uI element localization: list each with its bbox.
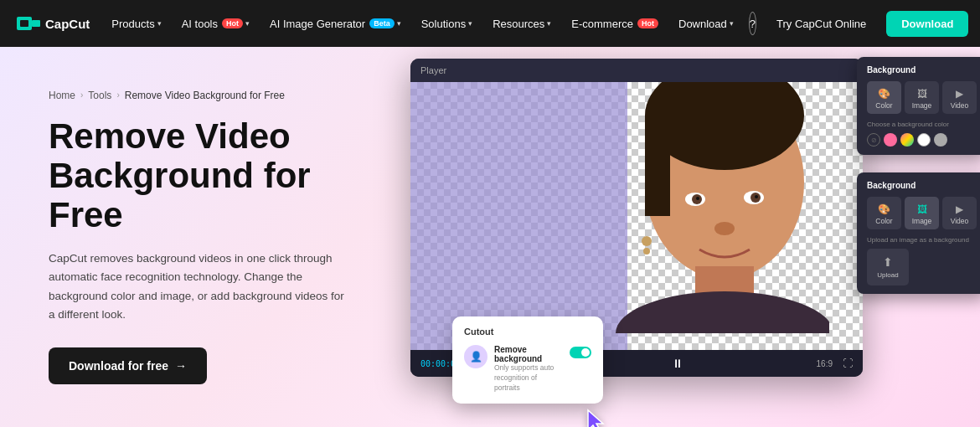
chevron-down-icon: ▾: [245, 19, 250, 28]
toggle-knob: [581, 348, 590, 357]
player-body: [410, 82, 863, 350]
download-button[interactable]: Download: [886, 11, 968, 37]
swatch-pink[interactable]: [884, 133, 897, 147]
svg-point-13: [755, 195, 758, 198]
nav-item-products[interactable]: Products ▾: [103, 13, 169, 35]
help-button[interactable]: ?: [749, 12, 756, 35]
chevron-down-icon: ▾: [157, 19, 162, 28]
panel-title: Background: [867, 65, 977, 75]
tab-color[interactable]: 🎨 Color: [867, 197, 901, 229]
breadcrumb: Home › Tools › Remove Video Background f…: [49, 90, 369, 101]
swatch-gradient[interactable]: [900, 133, 914, 147]
svg-rect-1: [32, 20, 40, 27]
cutout-row: 👤 Remove background Only supports auto r…: [464, 345, 591, 394]
download-free-button[interactable]: Download for free →: [49, 347, 207, 384]
mockup-area: Player: [402, 47, 980, 427]
hero-description: CapCut removes background videos in one …: [49, 250, 350, 324]
chevron-down-icon: ▾: [547, 19, 551, 28]
swatch-white[interactable]: [917, 133, 931, 147]
background-panel-color: Background 🎨 Color 🖼 Image ▶ Video Choos…: [857, 57, 980, 155]
breadcrumb-separator: ›: [116, 90, 119, 100]
cutout-panel: Cutout 👤 Remove background Only supports…: [452, 316, 603, 404]
tab-image[interactable]: 🖼 Image: [905, 81, 939, 114]
person-image: [595, 82, 846, 342]
breadcrumb-tools[interactable]: Tools: [88, 90, 111, 101]
panel-title: Background: [867, 181, 977, 190]
swatch-none[interactable]: ⊘: [867, 133, 880, 147]
svg-point-7: [616, 291, 829, 333]
cutout-avatar-icon: 👤: [464, 345, 487, 368]
svg-rect-5: [645, 116, 670, 216]
nav-item-download[interactable]: Download ▾: [670, 13, 742, 35]
tab-image[interactable]: 🖼 Image: [905, 197, 939, 229]
tab-video[interactable]: ▶ Video: [942, 197, 977, 229]
page-title: Remove Video Background for Free: [49, 116, 369, 234]
svg-point-14: [714, 222, 735, 235]
swatch-gray[interactable]: [934, 133, 947, 147]
chevron-down-icon: ▾: [468, 19, 472, 28]
beta-badge: Beta: [369, 18, 395, 28]
cursor-svg: [585, 409, 608, 427]
nav-item-ecommerce[interactable]: E-commerce Hot: [563, 13, 667, 35]
svg-rect-2: [20, 20, 28, 27]
fullscreen-icon[interactable]: ⛶: [843, 358, 853, 369]
toggle-switch[interactable]: [570, 347, 591, 358]
nav-item-solutions[interactable]: Solutions ▾: [413, 13, 481, 35]
breadcrumb-separator: ›: [80, 90, 83, 100]
panel-tabs: 🎨 Color 🖼 Image ▶ Video: [867, 81, 977, 114]
hero-section: Home › Tools › Remove Video Background f…: [0, 47, 402, 427]
upload-button[interactable]: ⬆ Upload: [867, 249, 909, 286]
capcut-logo-icon: [17, 14, 40, 33]
svg-point-16: [643, 248, 650, 255]
play-button[interactable]: ⏸: [672, 357, 683, 370]
upload-icon: ⬆: [883, 255, 893, 269]
tab-color[interactable]: 🎨 Color: [867, 81, 901, 114]
chevron-down-icon: ▾: [397, 19, 401, 28]
player-label: Player: [420, 65, 446, 75]
color-swatches: ⊘: [867, 133, 977, 147]
hot-badge: Hot: [222, 18, 243, 28]
player-topbar: Player: [410, 59, 863, 82]
help-icon: ?: [750, 18, 756, 30]
try-online-button[interactable]: Try CapCut Online: [765, 12, 878, 36]
logo-text: CapCut: [45, 17, 90, 31]
ratio-badge: 16:9: [817, 359, 833, 368]
cutout-feature-sub: Only supports auto recognition of portra…: [494, 363, 563, 394]
background-panel-image: Background 🎨 Color 🖼 Image ▶ Video Uploa…: [857, 172, 980, 294]
main-content: Home › Tools › Remove Video Background f…: [0, 47, 980, 427]
breadcrumb-current: Remove Video Background for Free: [125, 90, 285, 101]
tab-video[interactable]: ▶ Video: [942, 81, 977, 114]
cutout-info: Remove background Only supports auto rec…: [494, 345, 563, 394]
cutout-feature-name: Remove background: [494, 345, 563, 363]
svg-point-15: [642, 236, 652, 246]
chevron-down-icon: ▾: [730, 19, 734, 28]
logo[interactable]: CapCut: [17, 14, 90, 33]
nav-item-ai-tools[interactable]: AI tools Hot ▾: [173, 13, 258, 35]
panel-subtitle: Choose a background color: [867, 121, 977, 128]
cutout-title: Cutout: [464, 327, 591, 337]
nav-item-ai-image[interactable]: AI Image Generator Beta ▾: [261, 13, 410, 35]
person-svg: [595, 82, 829, 333]
panel-subtitle: Upload an image as a background: [867, 236, 977, 244]
panel-tabs: 🎨 Color 🖼 Image ▶ Video: [867, 197, 977, 229]
breadcrumb-home[interactable]: Home: [49, 90, 75, 101]
arrow-icon: →: [175, 359, 187, 373]
svg-point-12: [696, 197, 699, 200]
hot-badge: Hot: [637, 18, 658, 28]
nav-item-resources[interactable]: Resources ▾: [484, 13, 560, 35]
navbar: CapCut Products ▾ AI tools Hot ▾ AI Imag…: [0, 0, 980, 47]
